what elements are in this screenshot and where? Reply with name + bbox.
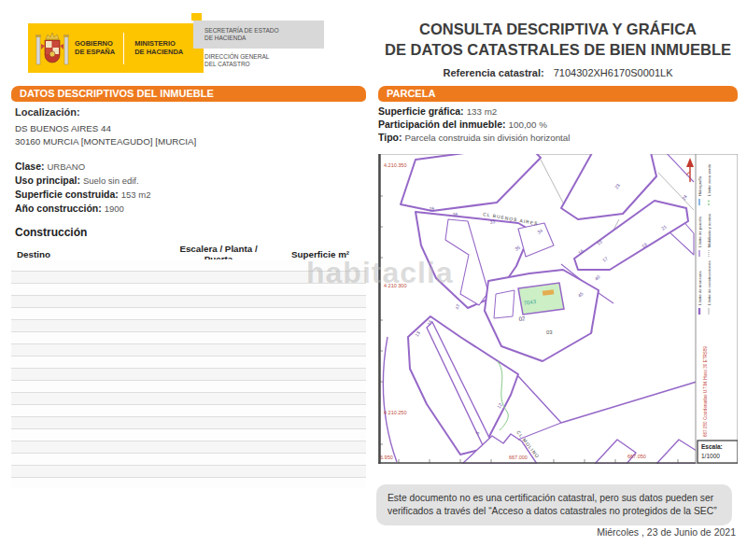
legend-zona-verde: Límite zona verde bbox=[707, 163, 712, 196]
address-line-1: DS BUENOS AIRES 44 bbox=[15, 122, 366, 135]
legend-mobiliario: Mobiliario y aceras bbox=[707, 214, 712, 247]
legend-construcciones: Límite de construcciones bbox=[707, 260, 712, 305]
date-stamp: Miércoles , 23 de Junio de 2021 bbox=[375, 526, 736, 538]
gobierno-label: GOBIERNO DE ESPAÑA bbox=[71, 40, 115, 56]
logo-yellow-square bbox=[191, 13, 202, 21]
parcela-panel: Superficie gráfica: 133 m2 Participación… bbox=[378, 105, 738, 145]
spain-coat-of-arms-icon bbox=[34, 27, 71, 70]
address-line-2: 30160 MURCIA [MONTEAGUDO] [MURCIA] bbox=[15, 135, 366, 148]
field-clase: Clase: URBANO bbox=[15, 161, 366, 172]
coord-label: 4 210.250 bbox=[384, 410, 406, 415]
field-tipo: Tipo: Parcela construida sin división ho… bbox=[378, 132, 738, 143]
field-participacion: Participación del inmueble: 100,00 % bbox=[378, 119, 738, 130]
construccion-title: Construcción bbox=[15, 226, 366, 239]
secretaria-box: SECRETARÍA DE ESTADO DE HACIENDA bbox=[193, 21, 324, 49]
ref-label: Referencia catastral: bbox=[443, 67, 543, 78]
field-superficie-construida: Superficie construida: 153 m2 bbox=[15, 189, 366, 200]
logo-divider bbox=[123, 33, 124, 64]
legend-hidrografia: Hidrografía bbox=[698, 175, 702, 196]
ref-value: 7104302XH6170S0001LK bbox=[554, 67, 673, 78]
government-logo-banner: GOBIERNO DE ESPAÑA MINISTERIO DE HACIEND… bbox=[28, 23, 204, 73]
coord-label: 4 210 300 bbox=[384, 283, 406, 288]
coord-label: 667.050 bbox=[627, 454, 646, 459]
section-header-parcela: PARCELA bbox=[378, 86, 738, 102]
subject-parcel bbox=[518, 283, 564, 315]
scale-label: Escala: bbox=[701, 443, 723, 450]
section-header-inmueble: DATOS DESCRIPTIVOS DEL INMUEBLE bbox=[11, 86, 366, 102]
cadastral-map: 4.210.350 4 210 300 4 210.250 6.950 667.… bbox=[378, 154, 738, 464]
cadastral-reference: Referencia catastral:7104302XH6170S0001L… bbox=[378, 67, 738, 78]
parcel-number-03: 03 bbox=[546, 329, 553, 335]
coord-label: 4.210.350 bbox=[384, 162, 406, 168]
coord-label: 6.950 bbox=[380, 455, 393, 460]
direccion-general-label: DIRECCIÓN GENERAL DEL CATASTRO bbox=[193, 53, 324, 68]
title-line-1: CONSULTA DESCRIPTIVA Y GRÁFICA bbox=[378, 19, 738, 39]
document-title: CONSULTA DESCRIPTIVA Y GRÁFICA DE DATOS … bbox=[378, 19, 738, 78]
field-ano-construccion: Año construcción: 1900 bbox=[15, 203, 366, 214]
scale-value: 1/1000 bbox=[701, 453, 720, 459]
field-uso-principal: Uso principal: Suelo sin edif. bbox=[15, 175, 366, 186]
legend-parcela: Límite de parcela bbox=[698, 216, 702, 247]
legend-manzana: Límite de manzana bbox=[698, 271, 702, 305]
title-line-2: DE DATOS CATASTRALES DE BIEN INMUEBLE bbox=[378, 39, 738, 60]
disclaimer-box: Este documento no es una certificación c… bbox=[376, 484, 732, 525]
empty-table-rows bbox=[11, 259, 366, 488]
utm-note: 667.050 Coordenadas U.T.M. Huso 30 ETRS8… bbox=[703, 346, 708, 437]
map-legend: Hidrografía Límite zona verde Límite de … bbox=[696, 154, 738, 464]
field-superficie-grafica: Superficie gráfica: 133 m2 bbox=[378, 105, 738, 117]
localizacion-label: Localización: bbox=[15, 106, 366, 118]
ministerio-label: MINISTERIO DE HACIENDA bbox=[131, 40, 183, 56]
coord-label: 667.000 bbox=[509, 455, 528, 460]
scale-box: Escala: 1/1000 bbox=[698, 441, 738, 463]
